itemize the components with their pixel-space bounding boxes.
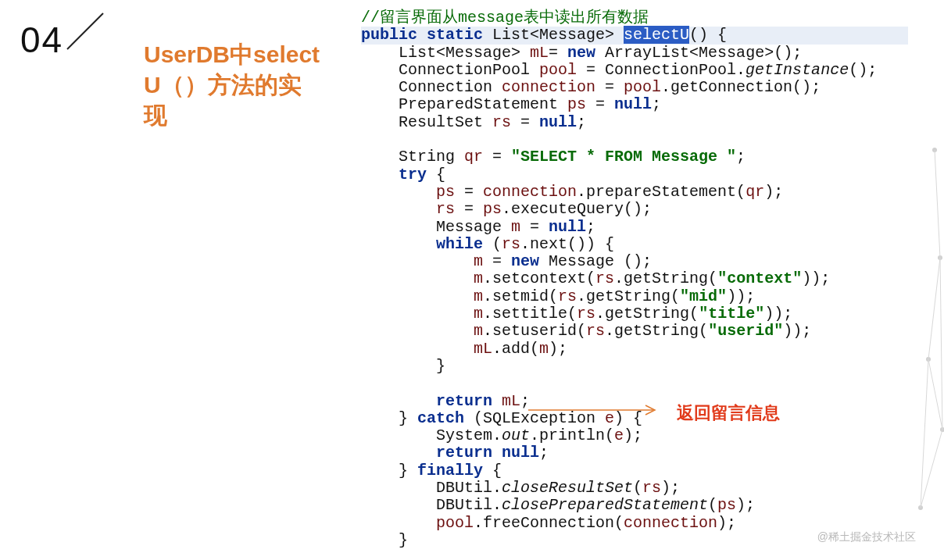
annotation-text: 返回留言信息 [677, 401, 780, 425]
slide-number: 04 [20, 19, 63, 61]
svg-point-2 [938, 255, 942, 260]
code-comment: //留言界面从message表中读出所有数据 [361, 9, 649, 27]
svg-line-9 [921, 430, 942, 508]
svg-point-3 [926, 357, 931, 362]
svg-point-1 [932, 148, 937, 152]
svg-line-7 [928, 258, 940, 359]
decorative-line [66, 12, 103, 49]
svg-point-4 [940, 427, 944, 432]
code-selection: selectU [624, 26, 689, 44]
svg-line-10 [921, 359, 928, 508]
svg-line-8 [928, 359, 942, 430]
slide: 04 UserDB中selectU（）方法的实现 //留言界面从message表… [0, 0, 944, 560]
code-block: //留言界面从message表中读出所有数据 public static Lis… [361, 9, 908, 549]
svg-line-11 [940, 258, 942, 430]
slide-title: UserDB中selectU（）方法的实现 [144, 39, 324, 130]
svg-point-5 [918, 505, 923, 510]
watermark-text: @稀土掘金技术社区 [817, 530, 916, 544]
code-highlight-line: public static List<Message> selectU() { [361, 27, 908, 44]
svg-line-6 [935, 150, 940, 258]
